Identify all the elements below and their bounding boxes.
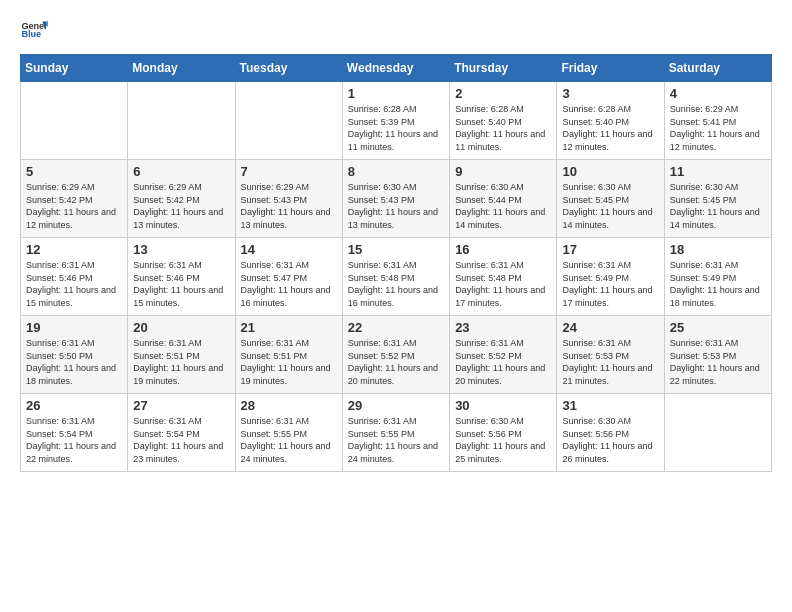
day-number: 11 xyxy=(670,164,766,179)
weekday-header-tuesday: Tuesday xyxy=(235,55,342,82)
day-number: 9 xyxy=(455,164,551,179)
calendar-cell: 29Sunrise: 6:31 AMSunset: 5:55 PMDayligh… xyxy=(342,394,449,472)
calendar-cell: 4Sunrise: 6:29 AMSunset: 5:41 PMDaylight… xyxy=(664,82,771,160)
day-info: Sunrise: 6:31 AMSunset: 5:51 PMDaylight:… xyxy=(133,337,229,387)
day-info: Sunrise: 6:30 AMSunset: 5:56 PMDaylight:… xyxy=(562,415,658,465)
header: General Blue xyxy=(20,16,772,44)
day-number: 5 xyxy=(26,164,122,179)
day-number: 6 xyxy=(133,164,229,179)
day-info: Sunrise: 6:31 AMSunset: 5:54 PMDaylight:… xyxy=(26,415,122,465)
logo: General Blue xyxy=(20,16,48,44)
day-number: 25 xyxy=(670,320,766,335)
calendar-cell: 19Sunrise: 6:31 AMSunset: 5:50 PMDayligh… xyxy=(21,316,128,394)
calendar-cell: 23Sunrise: 6:31 AMSunset: 5:52 PMDayligh… xyxy=(450,316,557,394)
calendar-cell: 9Sunrise: 6:30 AMSunset: 5:44 PMDaylight… xyxy=(450,160,557,238)
day-info: Sunrise: 6:30 AMSunset: 5:56 PMDaylight:… xyxy=(455,415,551,465)
calendar-cell: 8Sunrise: 6:30 AMSunset: 5:43 PMDaylight… xyxy=(342,160,449,238)
calendar-cell: 31Sunrise: 6:30 AMSunset: 5:56 PMDayligh… xyxy=(557,394,664,472)
day-info: Sunrise: 6:31 AMSunset: 5:46 PMDaylight:… xyxy=(26,259,122,309)
calendar-cell: 26Sunrise: 6:31 AMSunset: 5:54 PMDayligh… xyxy=(21,394,128,472)
day-number: 21 xyxy=(241,320,337,335)
calendar-cell: 7Sunrise: 6:29 AMSunset: 5:43 PMDaylight… xyxy=(235,160,342,238)
calendar-cell: 13Sunrise: 6:31 AMSunset: 5:46 PMDayligh… xyxy=(128,238,235,316)
weekday-header-sunday: Sunday xyxy=(21,55,128,82)
day-number: 8 xyxy=(348,164,444,179)
day-info: Sunrise: 6:30 AMSunset: 5:45 PMDaylight:… xyxy=(670,181,766,231)
calendar-week-3: 12Sunrise: 6:31 AMSunset: 5:46 PMDayligh… xyxy=(21,238,772,316)
day-info: Sunrise: 6:29 AMSunset: 5:42 PMDaylight:… xyxy=(26,181,122,231)
day-number: 26 xyxy=(26,398,122,413)
calendar-cell: 21Sunrise: 6:31 AMSunset: 5:51 PMDayligh… xyxy=(235,316,342,394)
calendar-cell: 11Sunrise: 6:30 AMSunset: 5:45 PMDayligh… xyxy=(664,160,771,238)
calendar-cell xyxy=(664,394,771,472)
day-info: Sunrise: 6:31 AMSunset: 5:50 PMDaylight:… xyxy=(26,337,122,387)
day-info: Sunrise: 6:31 AMSunset: 5:49 PMDaylight:… xyxy=(562,259,658,309)
day-number: 12 xyxy=(26,242,122,257)
calendar-week-1: 1Sunrise: 6:28 AMSunset: 5:39 PMDaylight… xyxy=(21,82,772,160)
day-info: Sunrise: 6:31 AMSunset: 5:52 PMDaylight:… xyxy=(348,337,444,387)
calendar-cell: 14Sunrise: 6:31 AMSunset: 5:47 PMDayligh… xyxy=(235,238,342,316)
weekday-header-friday: Friday xyxy=(557,55,664,82)
calendar-cell: 1Sunrise: 6:28 AMSunset: 5:39 PMDaylight… xyxy=(342,82,449,160)
day-info: Sunrise: 6:31 AMSunset: 5:55 PMDaylight:… xyxy=(241,415,337,465)
calendar-cell: 2Sunrise: 6:28 AMSunset: 5:40 PMDaylight… xyxy=(450,82,557,160)
day-number: 2 xyxy=(455,86,551,101)
day-number: 20 xyxy=(133,320,229,335)
weekday-header-monday: Monday xyxy=(128,55,235,82)
day-info: Sunrise: 6:31 AMSunset: 5:52 PMDaylight:… xyxy=(455,337,551,387)
day-number: 29 xyxy=(348,398,444,413)
day-info: Sunrise: 6:29 AMSunset: 5:41 PMDaylight:… xyxy=(670,103,766,153)
day-info: Sunrise: 6:31 AMSunset: 5:53 PMDaylight:… xyxy=(562,337,658,387)
day-info: Sunrise: 6:30 AMSunset: 5:44 PMDaylight:… xyxy=(455,181,551,231)
day-info: Sunrise: 6:31 AMSunset: 5:51 PMDaylight:… xyxy=(241,337,337,387)
day-number: 14 xyxy=(241,242,337,257)
calendar-week-5: 26Sunrise: 6:31 AMSunset: 5:54 PMDayligh… xyxy=(21,394,772,472)
day-info: Sunrise: 6:31 AMSunset: 5:54 PMDaylight:… xyxy=(133,415,229,465)
day-number: 28 xyxy=(241,398,337,413)
calendar-week-2: 5Sunrise: 6:29 AMSunset: 5:42 PMDaylight… xyxy=(21,160,772,238)
day-info: Sunrise: 6:28 AMSunset: 5:39 PMDaylight:… xyxy=(348,103,444,153)
calendar-cell: 3Sunrise: 6:28 AMSunset: 5:40 PMDaylight… xyxy=(557,82,664,160)
day-info: Sunrise: 6:31 AMSunset: 5:48 PMDaylight:… xyxy=(455,259,551,309)
svg-text:Blue: Blue xyxy=(21,29,41,39)
page: General Blue SundayMondayTuesdayWednesda… xyxy=(0,0,792,612)
day-info: Sunrise: 6:31 AMSunset: 5:49 PMDaylight:… xyxy=(670,259,766,309)
calendar-cell xyxy=(128,82,235,160)
day-number: 31 xyxy=(562,398,658,413)
day-info: Sunrise: 6:29 AMSunset: 5:42 PMDaylight:… xyxy=(133,181,229,231)
day-info: Sunrise: 6:31 AMSunset: 5:48 PMDaylight:… xyxy=(348,259,444,309)
day-info: Sunrise: 6:30 AMSunset: 5:43 PMDaylight:… xyxy=(348,181,444,231)
calendar-cell: 16Sunrise: 6:31 AMSunset: 5:48 PMDayligh… xyxy=(450,238,557,316)
day-info: Sunrise: 6:28 AMSunset: 5:40 PMDaylight:… xyxy=(562,103,658,153)
calendar-cell: 5Sunrise: 6:29 AMSunset: 5:42 PMDaylight… xyxy=(21,160,128,238)
calendar-cell: 22Sunrise: 6:31 AMSunset: 5:52 PMDayligh… xyxy=(342,316,449,394)
day-number: 24 xyxy=(562,320,658,335)
day-number: 4 xyxy=(670,86,766,101)
day-number: 17 xyxy=(562,242,658,257)
day-info: Sunrise: 6:31 AMSunset: 5:55 PMDaylight:… xyxy=(348,415,444,465)
calendar-cell: 20Sunrise: 6:31 AMSunset: 5:51 PMDayligh… xyxy=(128,316,235,394)
calendar-cell: 24Sunrise: 6:31 AMSunset: 5:53 PMDayligh… xyxy=(557,316,664,394)
calendar-cell: 6Sunrise: 6:29 AMSunset: 5:42 PMDaylight… xyxy=(128,160,235,238)
day-info: Sunrise: 6:28 AMSunset: 5:40 PMDaylight:… xyxy=(455,103,551,153)
weekday-header-saturday: Saturday xyxy=(664,55,771,82)
calendar-cell: 12Sunrise: 6:31 AMSunset: 5:46 PMDayligh… xyxy=(21,238,128,316)
calendar-cell: 15Sunrise: 6:31 AMSunset: 5:48 PMDayligh… xyxy=(342,238,449,316)
calendar-header-row: SundayMondayTuesdayWednesdayThursdayFrid… xyxy=(21,55,772,82)
calendar-cell: 17Sunrise: 6:31 AMSunset: 5:49 PMDayligh… xyxy=(557,238,664,316)
day-number: 19 xyxy=(26,320,122,335)
day-info: Sunrise: 6:29 AMSunset: 5:43 PMDaylight:… xyxy=(241,181,337,231)
day-info: Sunrise: 6:31 AMSunset: 5:46 PMDaylight:… xyxy=(133,259,229,309)
calendar-cell: 18Sunrise: 6:31 AMSunset: 5:49 PMDayligh… xyxy=(664,238,771,316)
day-number: 23 xyxy=(455,320,551,335)
day-number: 16 xyxy=(455,242,551,257)
calendar-cell: 27Sunrise: 6:31 AMSunset: 5:54 PMDayligh… xyxy=(128,394,235,472)
logo-icon: General Blue xyxy=(20,16,48,44)
day-number: 18 xyxy=(670,242,766,257)
calendar-cell: 10Sunrise: 6:30 AMSunset: 5:45 PMDayligh… xyxy=(557,160,664,238)
calendar-cell: 28Sunrise: 6:31 AMSunset: 5:55 PMDayligh… xyxy=(235,394,342,472)
day-number: 13 xyxy=(133,242,229,257)
day-number: 30 xyxy=(455,398,551,413)
calendar-week-4: 19Sunrise: 6:31 AMSunset: 5:50 PMDayligh… xyxy=(21,316,772,394)
day-number: 22 xyxy=(348,320,444,335)
